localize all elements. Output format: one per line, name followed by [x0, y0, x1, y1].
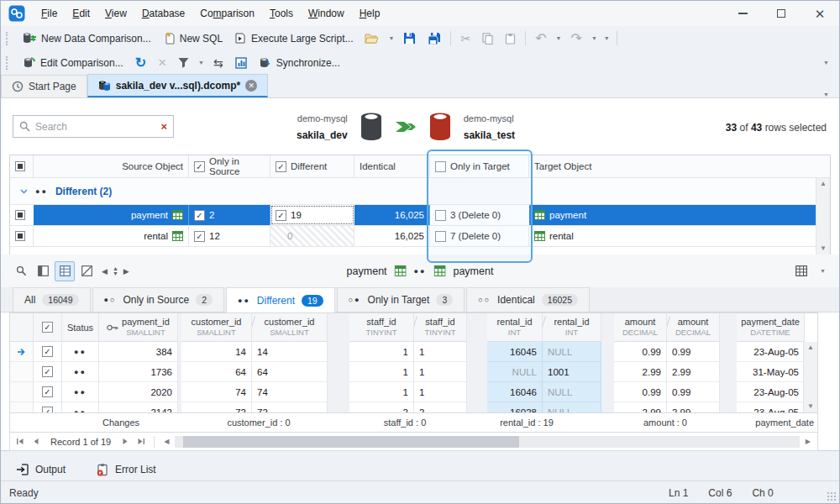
paste-button[interactable]	[499, 29, 522, 49]
search-clear-icon[interactable]: ×	[160, 121, 167, 132]
data-grid-vertical-scrollbar[interactable]: ▲ ▼	[803, 342, 817, 412]
menu-file[interactable]: File	[34, 1, 65, 26]
object-row-payment[interactable]: payment 2 19 16,025 3 (Delete 0) payment	[10, 205, 830, 226]
customer-id-target-cell[interactable]: 14	[252, 342, 328, 362]
output-tab[interactable]: Output	[16, 464, 66, 475]
payment-id-cell[interactable]: 2142	[99, 402, 178, 412]
first-record-button[interactable]	[13, 435, 27, 449]
column-header-different[interactable]: Different	[270, 155, 354, 177]
find-in-data-button[interactable]	[11, 261, 31, 281]
row-checkbox[interactable]	[34, 382, 62, 402]
identical-cell[interactable]: 16,025	[354, 226, 430, 246]
scroll-down-icon[interactable]: ▼	[820, 245, 827, 252]
menu-comparison[interactable]: Comparison	[192, 1, 262, 26]
redo-button[interactable]: ↷	[565, 29, 588, 49]
data-row[interactable]: ●● 2142 72 72 2 2 16028 NULL 2.99 2.99 2…	[10, 402, 817, 412]
tab-start-page[interactable]: Start Page	[1, 75, 87, 97]
checked-checkbox-icon[interactable]	[276, 210, 286, 221]
rental-id-target-cell[interactable]: NULL	[543, 342, 601, 362]
resize-grip[interactable]	[827, 491, 837, 501]
amount-source-cell[interactable]: 0.99	[614, 342, 667, 362]
row-checkbox[interactable]	[34, 342, 62, 362]
swap-source-target-button[interactable]: ⇆	[207, 53, 229, 73]
payment-date-cell[interactable]: 23-Aug-05	[737, 402, 805, 412]
column-header-customer-id-target[interactable]: customer_idSMALLINT	[252, 313, 328, 342]
tab-comparison-document[interactable]: sakila_dev v...sql).dcomp* ✕	[87, 74, 269, 97]
rental-id-target-cell[interactable]: 1001	[543, 362, 601, 382]
error-list-tab[interactable]: Error List	[96, 463, 156, 476]
customer-id-target-cell[interactable]: 74	[252, 382, 328, 402]
customer-id-source-cell[interactable]: 14	[181, 342, 252, 362]
menu-window[interactable]: Window	[301, 1, 352, 26]
ignore-formatting-button[interactable]	[76, 261, 97, 281]
column-header-staff-id-source[interactable]: staff_idTINYINT	[349, 313, 414, 342]
synchronize-button[interactable]: Synchronize...	[253, 53, 346, 73]
target-object-cell[interactable]: payment	[529, 205, 816, 225]
menu-help[interactable]: Help	[352, 1, 388, 26]
next-record-button[interactable]	[118, 435, 132, 449]
only-in-source-cell[interactable]: 12	[189, 226, 270, 246]
rental-id-source-cell[interactable]: 16046	[487, 382, 543, 402]
maximize-button[interactable]	[762, 1, 801, 26]
customer-id-target-cell[interactable]: 64	[252, 362, 328, 382]
row-status-cell[interactable]: ●●	[62, 402, 99, 412]
tab-only-in-source[interactable]: ●○ Only in Source 2	[92, 287, 224, 312]
column-header-staff-id-target[interactable]: staff_idTINYINT	[414, 313, 467, 342]
checked-checkbox-icon[interactable]	[194, 161, 205, 172]
close-button[interactable]: ✕	[801, 1, 839, 26]
next-difference-button[interactable]: ▶	[120, 267, 133, 276]
row-select-checkbox[interactable]	[10, 226, 34, 246]
select-all-checkbox[interactable]	[10, 155, 34, 177]
row-select-checkbox[interactable]	[10, 205, 34, 225]
toolbar-overflow-dropdown[interactable]: ▼	[601, 35, 613, 41]
edit-comparison-button[interactable]: Edit Comparison...	[17, 53, 129, 73]
different-cell-focused[interactable]: 19	[270, 205, 354, 225]
filter-button[interactable]	[172, 53, 195, 73]
amount-source-cell[interactable]: 0.99	[614, 382, 667, 402]
checked-checkbox-icon[interactable]	[276, 161, 286, 172]
save-all-button[interactable]	[422, 29, 447, 49]
column-header-only-in-source[interactable]: Only in Source	[189, 155, 270, 177]
grid-options-dropdown[interactable]: ▼	[816, 268, 829, 274]
show-differences-button[interactable]	[55, 261, 75, 281]
toolbar-grip[interactable]	[6, 32, 9, 45]
payment-date-cell[interactable]: 31-May-05	[737, 362, 805, 382]
column-header-status[interactable]: Status	[62, 313, 99, 342]
staff-id-source-cell[interactable]: 2	[349, 402, 414, 412]
amount-source-cell[interactable]: 2.99	[614, 362, 667, 382]
previous-difference-button[interactable]: ◀	[98, 267, 111, 276]
grid-view-options-button[interactable]	[791, 261, 811, 281]
group-row-different[interactable]: ●● Different (2)	[10, 178, 830, 205]
amount-source-cell[interactable]: 2.99	[614, 402, 667, 412]
customer-id-source-cell[interactable]: 72	[181, 402, 252, 412]
cut-button[interactable]: ✂	[454, 29, 476, 49]
target-object-cell[interactable]: rental	[529, 226, 816, 246]
staff-id-target-cell[interactable]: 1	[414, 362, 467, 382]
column-header-only-in-target[interactable]: Only in Target	[430, 155, 529, 177]
source-object-cell[interactable]: payment	[34, 205, 189, 225]
minimize-button[interactable]	[723, 1, 762, 26]
previous-record-button[interactable]	[29, 435, 43, 449]
select-all-rows-checkbox[interactable]	[34, 313, 62, 342]
column-header-payment-date[interactable]: payment_dateDATETIME	[737, 313, 805, 342]
payment-id-cell[interactable]: 384	[99, 342, 178, 362]
tab-identical[interactable]: ○○ Identical 16025	[466, 287, 590, 312]
toolbar-overflow-dropdown[interactable]: ▼	[820, 60, 839, 66]
toolbar-grip[interactable]	[6, 56, 9, 70]
tab-close-icon[interactable]: ✕	[245, 80, 257, 92]
menu-database[interactable]: Database	[134, 1, 192, 26]
row-checkbox[interactable]	[34, 402, 62, 412]
filter-dropdown[interactable]: ▼	[195, 60, 207, 66]
row-status-cell[interactable]: ●●	[62, 362, 99, 382]
unchecked-checkbox-icon[interactable]	[435, 210, 446, 221]
redo-dropdown[interactable]: ▼	[588, 35, 601, 41]
customer-id-target-cell[interactable]: 72	[252, 402, 328, 412]
scroll-right-icon[interactable]: ▶	[802, 438, 814, 445]
data-row[interactable]: ●● 384 14 14 1 1 16045 NULL 0.99 0.99 23…	[10, 342, 817, 362]
source-object-cell[interactable]: rental	[34, 226, 189, 246]
row-status-cell[interactable]: ●●	[62, 342, 99, 362]
only-in-target-cell[interactable]: 3 (Delete 0)	[430, 205, 529, 225]
object-grid-vertical-scrollbar[interactable]: ▲ ▼	[816, 178, 830, 255]
stop-button[interactable]: ×	[152, 53, 172, 73]
undo-button[interactable]: ↶	[529, 29, 552, 49]
